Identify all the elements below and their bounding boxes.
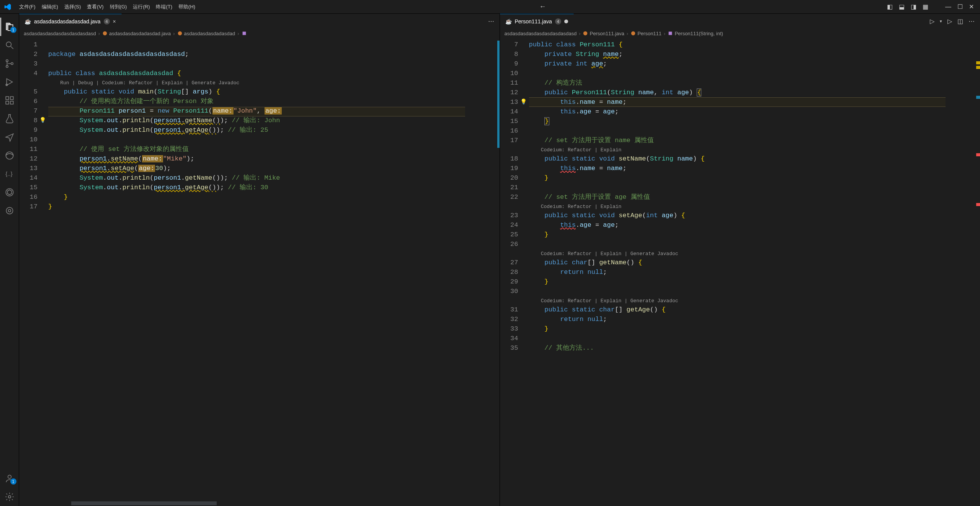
svg-rect-6 — [10, 97, 13, 100]
crumb-file[interactable]: Person111.java — [583, 31, 624, 36]
crumb-method[interactable]: Person111(String, int) — [668, 31, 723, 36]
crumb-folder[interactable]: asdasdasdasdasdasdasdasdasd — [24, 31, 96, 36]
horizontal-scrollbar-left[interactable] — [48, 501, 465, 506]
run-icon[interactable]: ▷ — [930, 18, 934, 25]
svg-rect-21 — [669, 32, 672, 35]
activity-copilot-icon[interactable] — [0, 201, 19, 220]
editor-group-right: ☕ Person111.java 4 ▷ ▾ ▷ ◫ ⋯ asdasdasdas… — [500, 14, 980, 506]
svg-point-12 — [6, 207, 13, 214]
menu-view[interactable]: 查看(V) — [84, 0, 106, 13]
codelens-codeium[interactable]: Codeium: Refactor | Explain — [541, 204, 622, 210]
svg-rect-18 — [242, 32, 246, 35]
editor-group-left: ☕ asdasdasdasdadasdad.java 4 × ⋯ asdasda… — [19, 14, 500, 506]
crumb-class[interactable]: Person111 — [630, 31, 662, 36]
crumb-class[interactable]: asdasdasdasdadasdad — [177, 31, 235, 36]
menu-run[interactable]: 运行(R) — [130, 0, 153, 13]
activity-account[interactable]: 1 — [0, 469, 19, 488]
activity-run-debug[interactable] — [0, 73, 19, 91]
svg-point-14 — [8, 475, 11, 478]
activity-explorer[interactable]: 1 — [0, 18, 19, 36]
window-maximize[interactable]: ☐ — [957, 3, 963, 10]
svg-point-17 — [178, 31, 182, 36]
account-badge: 1 — [10, 478, 16, 485]
code-right[interactable]: public class Person111 { private String … — [529, 38, 946, 506]
activity-search[interactable] — [0, 36, 19, 54]
layout-customize-icon[interactable]: ▦ — [923, 3, 928, 10]
minimap-right[interactable] — [946, 38, 975, 506]
tab-problem-count: 4 — [104, 18, 110, 25]
svg-point-13 — [8, 210, 11, 212]
java-file-icon: ☕ — [24, 18, 31, 25]
tab-problem-count: 4 — [555, 18, 561, 25]
svg-point-0 — [6, 42, 11, 47]
activity-chatgpt-icon[interactable] — [0, 183, 19, 201]
svg-rect-8 — [10, 101, 13, 104]
run-outline-icon[interactable]: ▷ — [947, 18, 952, 25]
more-actions-icon[interactable]: ⋯ — [969, 18, 975, 25]
menu-select[interactable]: 选择(S) — [61, 0, 84, 13]
menu-goto[interactable]: 转到(G) — [107, 0, 130, 13]
menu-edit[interactable]: 编辑(E) — [39, 0, 61, 13]
activity-location-icon[interactable] — [0, 128, 19, 146]
title-bar: 文件(F) 编辑(E) 选择(S) 查看(V) 转到(G) 运行(R) 终端(T… — [0, 0, 980, 14]
menu-terminal[interactable]: 终端(T) — [153, 0, 175, 13]
codelens-codeium[interactable]: Codeium: Refactor | Explain — [541, 147, 622, 153]
editor-right[interactable]: 78910 11121314 151617 18192021 22 232425… — [500, 38, 980, 506]
breadcrumb-right[interactable]: asdasdasdasdasdasdasdasdasd › Person111.… — [500, 28, 980, 38]
java-file-icon: ☕ — [505, 18, 512, 25]
window-minimize[interactable]: ― — [945, 3, 951, 10]
menu-help[interactable]: 帮助(H) — [175, 0, 198, 13]
window-close[interactable]: ✕ — [969, 3, 974, 10]
svg-point-19 — [583, 31, 588, 36]
overview-ruler-left[interactable] — [494, 38, 500, 506]
activity-settings[interactable] — [0, 488, 19, 506]
code-left[interactable]: package asdasdasdasdasdasdasdasdasd; pub… — [48, 38, 465, 506]
vscode-logo-icon — [3, 2, 12, 11]
layout-panel-right-icon[interactable]: ◨ — [911, 3, 916, 10]
activity-extensions[interactable] — [0, 91, 19, 110]
tabs-right: ☕ Person111.java 4 ▷ ▾ ▷ ◫ ⋯ — [500, 14, 980, 28]
crumb-folder[interactable]: asdasdasdasdasdasdasdasdasd — [505, 31, 577, 36]
svg-point-16 — [103, 31, 107, 36]
svg-point-2 — [6, 66, 8, 67]
tab-right-file[interactable]: ☕ Person111.java 4 — [500, 14, 574, 28]
tab-label: asdasdasdasdadasdad.java — [34, 18, 101, 25]
explorer-badge: 1 — [10, 27, 16, 33]
minimap-left[interactable] — [465, 38, 494, 506]
editor-left[interactable]: 1234 567 8910 111213 14151617 package as… — [19, 38, 500, 506]
chevron-down-icon[interactable]: ▾ — [940, 19, 942, 24]
svg-point-9 — [6, 152, 13, 159]
layout-panel-bottom-icon[interactable]: ⬓ — [899, 3, 905, 10]
crumb-more[interactable] — [242, 31, 247, 36]
breadcrumb-left[interactable]: asdasdasdasdasdasdasdasdasd › asdasdasda… — [19, 28, 500, 38]
close-icon[interactable]: × — [113, 18, 116, 25]
svg-point-15 — [8, 496, 11, 498]
svg-rect-7 — [6, 101, 9, 104]
codelens-codeium[interactable]: Codeium: Refactor | Explain | Generate J… — [541, 251, 678, 257]
activity-source-control[interactable] — [0, 54, 19, 73]
svg-point-20 — [631, 31, 635, 36]
tabs-left: ☕ asdasdasdasdadasdad.java 4 × ⋯ — [19, 14, 500, 28]
svg-text:{..}: {..} — [5, 170, 13, 177]
split-editor-icon[interactable]: ◫ — [957, 18, 963, 25]
gutter-right: 78910 11121314 151617 18192021 22 232425… — [500, 38, 529, 506]
gutter-left: 1234 567 8910 111213 14151617 — [19, 38, 48, 506]
svg-rect-5 — [6, 97, 9, 100]
activity-testing[interactable] — [0, 110, 19, 128]
menu-file[interactable]: 文件(F) — [16, 0, 39, 13]
more-actions-icon[interactable]: ⋯ — [488, 18, 494, 25]
codelens-run-debug[interactable]: Run | Debug | Codeium: Refactor | Explai… — [60, 80, 239, 86]
activity-edge-icon[interactable] — [0, 146, 19, 165]
activity-bar: 1 {..} — [0, 14, 19, 506]
tab-label: Person111.java — [515, 18, 552, 25]
activity-json-icon[interactable]: {..} — [0, 165, 19, 183]
svg-point-1 — [6, 60, 8, 62]
codelens-codeium[interactable]: Codeium: Refactor | Explain | Generate J… — [541, 298, 678, 304]
layout-panel-left-icon[interactable]: ◧ — [887, 3, 893, 10]
dirty-indicator-icon[interactable] — [564, 20, 568, 23]
crumb-file[interactable]: asdasdasdasdadasdad.java — [102, 31, 171, 36]
overview-ruler-right[interactable] — [975, 38, 980, 506]
nav-back-icon[interactable]: ← — [532, 3, 554, 11]
tab-left-file[interactable]: ☕ asdasdasdasdadasdad.java 4 × — [19, 14, 122, 28]
svg-point-3 — [11, 62, 13, 64]
